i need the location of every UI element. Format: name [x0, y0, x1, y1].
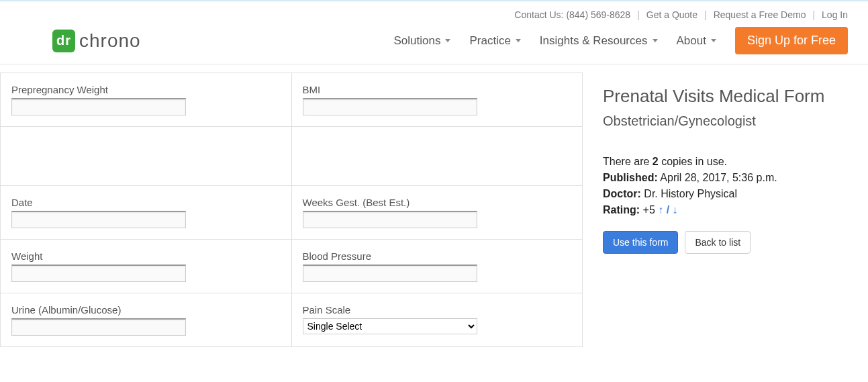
login-link[interactable]: Log In — [822, 9, 848, 20]
rating-sep: / — [663, 204, 672, 216]
copies-prefix: There are — [603, 156, 653, 167]
nav-solutions[interactable]: Solutions — [394, 34, 451, 48]
spacer-cell — [291, 127, 583, 186]
chevron-down-icon — [516, 39, 521, 42]
page-title: Prenatal Visits Medical Form — [603, 86, 848, 107]
nav-solutions-label: Solutions — [394, 34, 441, 48]
blood-pressure-label: Blood Pressure — [303, 250, 572, 262]
pain-scale-select[interactable]: Single Select — [303, 318, 477, 334]
nav-insights-label: Insights & Resources — [540, 34, 648, 48]
pain-scale-label: Pain Scale — [303, 304, 572, 316]
signup-button[interactable]: Sign Up for Free — [735, 27, 848, 54]
bmi-label: BMI — [303, 84, 572, 95]
page-subtitle: Obstetrician/Gynecologist — [603, 113, 848, 129]
prepregnancy-weight-label: Prepregnancy Weight — [11, 84, 281, 95]
info-sidebar: Prenatal Visits Medical Form Obstetricia… — [583, 73, 868, 347]
nav-practice[interactable]: Practice — [469, 34, 520, 48]
prepregnancy-weight-input[interactable] — [11, 98, 186, 115]
date-label: Date — [11, 197, 281, 208]
main-header: dr chrono Solutions Practice Insights & … — [0, 20, 868, 64]
utility-bar: Contact Us: (844) 569-8628 | Get a Quote… — [0, 1, 868, 20]
copies-info: There are 2 copies in use. — [603, 156, 848, 168]
published-label: Published: — [603, 172, 658, 183]
logo[interactable]: dr chrono — [52, 30, 141, 52]
nav-about[interactable]: About — [677, 34, 716, 48]
back-to-list-button[interactable]: Back to list — [685, 231, 751, 254]
doctor-value: Dr. History Physical — [641, 188, 737, 199]
separator: | — [812, 9, 815, 20]
date-input[interactable] — [11, 211, 186, 228]
bmi-input[interactable] — [303, 98, 477, 115]
request-demo-link[interactable]: Request a Free Demo — [714, 9, 806, 20]
rating-value: +5 — [640, 204, 658, 216]
copies-suffix: copies in use. — [659, 156, 727, 167]
logo-text: chrono — [79, 30, 141, 52]
medical-form: Prepregnancy Weight BMI Date Weeks Gest.… — [0, 73, 583, 347]
weeks-gest-label: Weeks Gest. (Best Est.) — [303, 197, 572, 208]
doctor-label: Doctor: — [603, 188, 641, 199]
blood-pressure-input[interactable] — [303, 265, 477, 282]
rating-info: Rating: +5 ↑ / ↓ — [603, 204, 848, 216]
doctor-info: Doctor: Dr. History Physical — [603, 188, 848, 200]
separator: | — [704, 9, 707, 20]
weight-label: Weight — [11, 250, 281, 262]
chevron-down-icon — [445, 39, 450, 42]
weight-input[interactable] — [11, 265, 186, 282]
chevron-down-icon — [653, 39, 658, 42]
primary-nav: Solutions Practice Insights & Resources … — [394, 27, 849, 54]
nav-insights[interactable]: Insights & Resources — [540, 34, 658, 48]
spacer-cell — [1, 127, 292, 186]
use-this-form-button[interactable]: Use this form — [603, 231, 678, 254]
separator: | — [637, 9, 640, 20]
logo-badge: dr — [52, 30, 75, 52]
published-info: Published: April 28, 2017, 5:36 p.m. — [603, 172, 848, 184]
chevron-down-icon — [711, 39, 716, 42]
published-value: April 28, 2017, 5:36 p.m. — [658, 172, 777, 183]
rating-down-icon[interactable]: ↓ — [673, 204, 678, 216]
get-quote-link[interactable]: Get a Quote — [646, 9, 697, 20]
urine-label: Urine (Albumin/Glucose) — [11, 304, 281, 316]
rating-label: Rating: — [603, 204, 640, 216]
urine-input[interactable] — [11, 318, 186, 336]
contact-us-link[interactable]: Contact Us: (844) 569-8628 — [514, 9, 630, 20]
nav-practice-label: Practice — [469, 34, 510, 48]
copies-count: 2 — [653, 156, 659, 167]
nav-about-label: About — [677, 34, 706, 48]
weeks-gest-input[interactable] — [303, 211, 477, 228]
